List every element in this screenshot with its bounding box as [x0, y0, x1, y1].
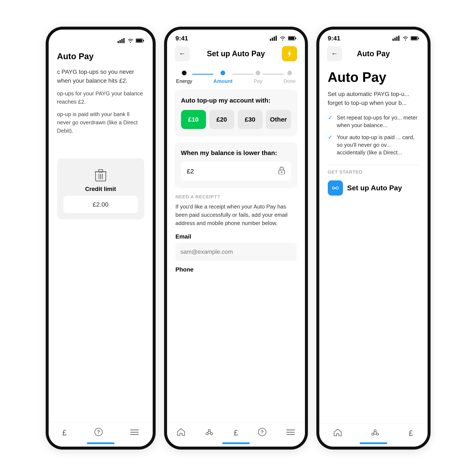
center-phone: 9:41: [164, 27, 308, 450]
step-label-pay: Pay: [254, 78, 262, 84]
step-line-2: [232, 74, 254, 75]
nav-icon-payment-center[interactable]: £: [234, 428, 238, 437]
nav-icon-menu-center[interactable]: [286, 428, 295, 437]
step-dot-energy: [182, 71, 187, 75]
nav-icon-help[interactable]: ?: [94, 428, 103, 438]
receipt-desc: If you'd like a receipt when your Auto P…: [175, 203, 296, 227]
signal-icon-right: [392, 36, 400, 41]
receipt-label: NEED A RECEIPT?: [175, 194, 296, 200]
step-label-energy: Energy: [176, 78, 192, 84]
svg-point-26: [281, 171, 282, 173]
bottom-nav-center: £ ?: [167, 423, 305, 447]
nav-icon-help-center[interactable]: ?: [258, 428, 266, 438]
amount-btn-other[interactable]: Other: [266, 110, 291, 129]
back-button-center[interactable]: ←: [175, 46, 190, 61]
time-right: 9:41: [328, 35, 340, 42]
delete-card: Credit limit £2.00: [57, 158, 144, 220]
svg-text:?: ?: [261, 429, 263, 435]
autopay-desc: Set up automatic PAYG top-u... forget to…: [328, 90, 419, 107]
amount-btn-10[interactable]: £10: [181, 110, 206, 129]
check-mark-2: ✓: [328, 134, 333, 141]
step-energy: Energy: [176, 71, 192, 84]
nav-icon-usage-right[interactable]: [371, 429, 380, 438]
svg-rect-43: [411, 37, 417, 40]
wifi-icon: [127, 38, 134, 43]
svg-rect-21: [275, 36, 277, 41]
svg-rect-1: [119, 40, 121, 43]
svg-rect-18: [270, 39, 271, 41]
amount-btn-30[interactable]: £30: [238, 110, 263, 129]
status-bar-right: 9:41: [319, 30, 427, 44]
bottom-nav-right: £: [319, 423, 427, 447]
setup-btn-icon: [328, 180, 343, 196]
svg-rect-3: [123, 38, 125, 43]
svg-rect-40: [396, 36, 398, 41]
nav-title-right: Auto Pay: [357, 49, 390, 58]
left-phone: Auto Pay c PAYG top-ups so you never whe…: [46, 27, 156, 450]
svg-text:?: ?: [97, 429, 100, 435]
nav-icon-payment-right[interactable]: £: [409, 429, 413, 438]
svg-rect-44: [418, 37, 419, 39]
setup-autopay-button[interactable]: Set up Auto Pay: [328, 178, 419, 198]
svg-rect-23: [289, 37, 294, 40]
svg-rect-41: [398, 36, 399, 41]
main-content-right: Auto Pay Set up automatic PAYG top-u... …: [319, 66, 427, 202]
svg-rect-20: [274, 36, 275, 41]
balance-value: £2: [187, 168, 194, 175]
topup-title: Auto top-up my account with:: [181, 97, 291, 104]
svg-rect-5: [136, 39, 142, 42]
left-body2: op-up is paid with your bank ll never go…: [57, 110, 144, 135]
receipt-section: NEED A RECEIPT? If you'd like a receipt …: [175, 194, 297, 273]
back-arrow-center: ←: [179, 50, 186, 57]
svg-rect-19: [272, 38, 273, 41]
check-item-1: ✓ Set repeat top-ups for yo... meter whe…: [328, 114, 419, 129]
svg-line-32: [210, 431, 211, 433]
wifi-icon-right: [402, 36, 408, 41]
lock-icon: [278, 167, 285, 176]
email-input[interactable]: [175, 242, 296, 261]
action-button-center[interactable]: [282, 46, 297, 61]
nav-icon-home-center[interactable]: [177, 428, 185, 438]
svg-rect-39: [394, 38, 396, 41]
svg-line-31: [208, 431, 209, 433]
left-body1: op-ups for your PAYG your balance reache…: [57, 89, 144, 106]
email-label: Email: [175, 233, 296, 240]
amount-btn-20[interactable]: £20: [209, 110, 234, 129]
phone-label: Phone: [175, 266, 296, 273]
left-title: Auto Pay: [57, 51, 144, 61]
nav-icon-home-right[interactable]: [334, 429, 342, 438]
autopay-title: Auto Pay: [328, 70, 419, 85]
step-line-1: [192, 74, 213, 75]
step-line-3: [262, 74, 284, 75]
time-center: 9:41: [175, 35, 188, 42]
battery-icon: [136, 38, 144, 43]
stepper: Energy Amount Pay Done: [167, 66, 305, 85]
nav-icon-menu[interactable]: [130, 428, 139, 437]
signal-icon: [118, 38, 125, 43]
nav-icon-usage-center[interactable]: [205, 428, 214, 438]
step-dot-pay: [256, 71, 260, 75]
status-icons-right: [392, 36, 419, 41]
svg-rect-24: [295, 37, 296, 39]
svg-rect-38: [392, 39, 394, 41]
lightning-icon: [286, 50, 293, 57]
check-item-2: ✓ Your auto top-up is paid ... card, so …: [328, 134, 419, 156]
step-dot-done: [287, 71, 292, 75]
svg-rect-6: [143, 40, 144, 41]
topup-card: Auto top-up my account with: £10 £20 £30…: [175, 90, 297, 136]
svg-line-50: [376, 431, 377, 433]
back-button-right[interactable]: ←: [327, 46, 342, 61]
status-bar-center: 9:41: [167, 30, 305, 44]
svg-point-28: [211, 433, 213, 435]
check-text-2: Your auto top-up is paid ... card, so yo…: [337, 134, 419, 156]
battery-icon-center: [288, 36, 296, 41]
nav-icon-payment[interactable]: £: [62, 428, 67, 437]
step-pay: Pay: [254, 71, 262, 84]
battery-icon-right: [411, 36, 419, 41]
step-label-amount: Amount: [213, 78, 233, 84]
delete-icon: [63, 169, 138, 182]
svg-rect-0: [118, 41, 119, 43]
balance-card: When my balance is lower than: £2: [175, 142, 297, 188]
nav-header-center: ← Set up Auto Pay: [167, 44, 305, 66]
status-icons-left: [118, 38, 144, 43]
